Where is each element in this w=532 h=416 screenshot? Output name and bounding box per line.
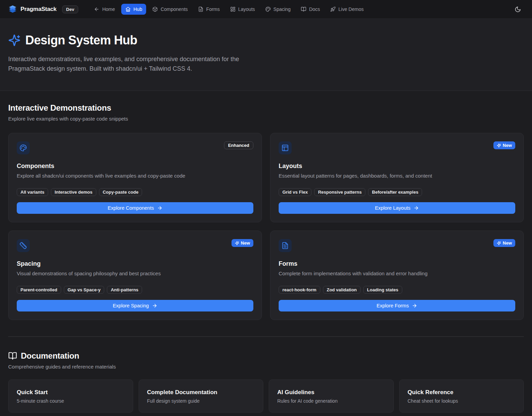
page-subtitle: Interactive demonstrations, live example… <box>8 54 261 73</box>
arrow-right-icon <box>414 205 419 211</box>
nav-item-label: Hub <box>134 6 142 12</box>
arrow-right-icon <box>157 205 163 211</box>
tag: Grid vs Flex <box>279 188 311 196</box>
book-open-icon <box>301 6 306 12</box>
demo-card-components: Enhanced Components Explore all shadcn/u… <box>8 133 262 222</box>
tag: All variants <box>17 188 48 196</box>
nav-item-label: Docs <box>309 6 320 12</box>
tag: Before/after examples <box>368 188 422 196</box>
section-divider <box>8 336 524 337</box>
cta-label: Explore Components <box>108 205 154 211</box>
sparkles-icon <box>235 241 239 245</box>
arrow-right-icon <box>412 303 417 308</box>
doc-card-title: Quick Start <box>17 389 125 396</box>
doc-card-title: Complete Documentation <box>147 389 255 396</box>
page-title: Design System Hub <box>25 33 137 47</box>
doc-card-description: 5-minute crash course <box>17 398 125 404</box>
explore-spacing-button[interactable]: Explore Spacing <box>17 300 253 311</box>
file-text-icon <box>281 242 289 249</box>
doc-card-ai-guidelines[interactable]: AI Guidelines Rules for AI code generati… <box>269 379 394 413</box>
tag: react-hook-form <box>279 286 320 294</box>
house-icon <box>125 6 131 12</box>
book-open-icon <box>8 351 17 360</box>
ruler-icon <box>19 242 27 249</box>
components-icon-tile <box>17 141 30 154</box>
explore-components-button[interactable]: Explore Components <box>17 202 253 214</box>
doc-card-quick-reference[interactable]: Quick Reference Cheat sheet for lookups <box>399 379 524 413</box>
cta-label: Explore Forms <box>377 303 409 308</box>
brand-name: PragmaStack <box>20 6 57 13</box>
file-text-icon <box>198 6 204 12</box>
doc-card-title: Quick Reference <box>408 389 516 396</box>
tag: Parent-controlled <box>17 286 61 294</box>
card-description: Visual demonstrations of spacing philoso… <box>17 270 253 277</box>
forms-icon-tile <box>279 239 292 252</box>
demos-subheading: Explore live examples with copy-paste co… <box>8 116 524 122</box>
nav-item-layouts[interactable]: Layouts <box>226 4 259 15</box>
tag-row: Grid vs Flex Responsive patterns Before/… <box>279 188 515 196</box>
tag-row: react-hook-form Zod validation Loading s… <box>279 286 515 294</box>
cta-label: Explore Layouts <box>375 205 410 211</box>
sparkles-icon <box>497 241 501 245</box>
doc-card-title: AI Guidelines <box>277 389 385 396</box>
new-badge: New <box>493 141 515 149</box>
env-badge: Dev <box>62 5 79 13</box>
sparkles-icon <box>497 143 501 148</box>
hero-section: Design System Hub Interactive demonstrat… <box>0 19 532 91</box>
panels-top-left-icon <box>281 144 289 152</box>
status-badge: Enhanced <box>224 141 253 149</box>
nav-item-hub[interactable]: Hub <box>121 4 146 15</box>
arrow-right-icon <box>152 303 157 308</box>
new-badge: New <box>232 239 253 247</box>
main-nav: Home Hub Components Forms Layouts Spacin… <box>90 4 368 15</box>
doc-card-complete-documentation[interactable]: Complete Documentation Full design syste… <box>139 379 264 413</box>
nav-item-label: Components <box>160 6 187 12</box>
demos-heading: Interactive Demonstrations <box>8 103 524 113</box>
nav-item-label: Spacing <box>274 6 291 12</box>
badge-label: New <box>503 240 512 246</box>
docs-card-grid: Quick Start 5-minute crash course Comple… <box>8 379 524 413</box>
nav-item-label: Layouts <box>238 6 255 12</box>
docs-subheading: Comprehensive guides and reference mater… <box>8 364 524 370</box>
card-description: Essential layout patterns for pages, das… <box>279 172 515 179</box>
card-title: Forms <box>279 260 515 267</box>
main-content: Interactive Demonstrations Explore live … <box>0 103 532 416</box>
tag: Gap vs Space-y <box>64 286 104 294</box>
doc-card-description: Cheat sheet for lookups <box>408 398 516 404</box>
moon-icon <box>515 6 521 13</box>
nav-item-components[interactable]: Components <box>148 4 192 15</box>
tag: Copy-paste code <box>99 188 142 196</box>
tag: Loading states <box>363 286 402 294</box>
theme-toggle-button[interactable] <box>512 3 524 15</box>
card-description: Complete form implementations with valid… <box>279 270 515 277</box>
tag: Interactive demos <box>51 188 96 196</box>
brand[interactable]: PragmaStack Dev <box>8 5 78 14</box>
nav-item-spacing[interactable]: Spacing <box>261 4 295 15</box>
card-title: Spacing <box>17 260 253 267</box>
top-navbar: PragmaStack Dev Home Hub Components Form… <box>0 0 532 19</box>
sparkles-icon <box>8 34 20 46</box>
tag-row: All variants Interactive demos Copy-past… <box>17 188 253 196</box>
doc-card-quick-start[interactable]: Quick Start 5-minute crash course <box>8 379 133 413</box>
nav-item-home[interactable]: Home <box>90 4 119 15</box>
docs-heading: Documentation <box>21 351 79 361</box>
nav-item-forms[interactable]: Forms <box>194 4 224 15</box>
demo-card-grid: Enhanced Components Explore all shadcn/u… <box>8 133 524 320</box>
nav-item-docs[interactable]: Docs <box>297 4 324 15</box>
doc-card-description: Rules for AI code generation <box>277 398 385 404</box>
demo-card-layouts: New Layouts Essential layout patterns fo… <box>270 133 524 222</box>
demo-card-forms: New Forms Complete form implementations … <box>270 231 524 320</box>
tag: Responsive patterns <box>314 188 365 196</box>
card-description: Explore all shadcn/ui components with li… <box>17 172 253 179</box>
nav-item-label: Live Demos <box>338 6 364 12</box>
layout-grid-icon <box>230 6 236 12</box>
explore-forms-button[interactable]: Explore Forms <box>279 300 515 311</box>
tag-row: Parent-controlled Gap vs Space-y Anti-pa… <box>17 286 253 294</box>
palette-icon <box>265 6 271 12</box>
nav-item-live-demos[interactable]: Live Demos <box>326 4 368 15</box>
layers-logo-icon <box>8 5 17 14</box>
doc-card-description: Full design system guide <box>147 398 255 404</box>
explore-layouts-button[interactable]: Explore Layouts <box>279 202 515 214</box>
arrow-left-icon <box>94 6 99 12</box>
nav-item-label: Home <box>102 6 115 12</box>
